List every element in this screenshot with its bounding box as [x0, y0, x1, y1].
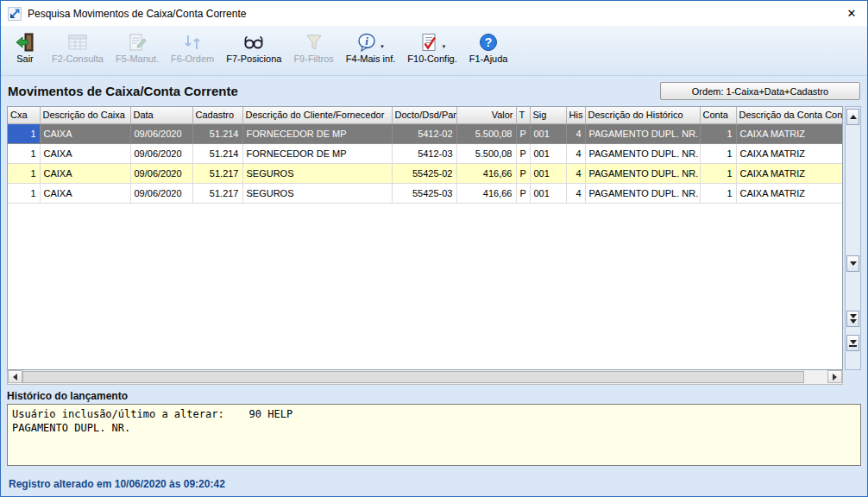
column-header-cxa[interactable]: Cxa: [8, 107, 40, 123]
f2-consulta-button[interactable]: F2-Consulta: [46, 28, 110, 66]
grid-cell[interactable]: 5412-02: [392, 123, 456, 143]
f5-manut-button[interactable]: F5-Manut.: [110, 28, 165, 66]
scroll-up-button[interactable]: [846, 109, 859, 125]
grid-cell[interactable]: 5412-03: [392, 143, 456, 163]
grid-cell[interactable]: 1: [700, 143, 736, 163]
grid-cell[interactable]: PAGAMENTO DUPL. NR.: [585, 123, 700, 143]
grid-cell[interactable]: 4: [566, 163, 585, 183]
grid-cell[interactable]: 51.214: [192, 143, 242, 163]
page-title: Movimentos de Caixa/Conta Corrente: [8, 84, 238, 98]
up-arrow-icon: [850, 115, 857, 119]
grid-cell[interactable]: 1: [700, 163, 736, 183]
grid-cell[interactable]: 1: [700, 123, 736, 143]
grid-cell[interactable]: PAGAMENTO DUPL. NR.: [585, 183, 700, 203]
column-header-conta[interactable]: Conta: [700, 107, 736, 123]
grid-cell[interactable]: P: [516, 183, 530, 203]
grid-cell[interactable]: 09/06/2020: [130, 143, 192, 163]
grid-cell[interactable]: 1: [8, 123, 40, 143]
history-textarea[interactable]: Usuário inclusão/último a alterar: 90 HE…: [7, 404, 861, 466]
grid-cell[interactable]: 001: [530, 163, 566, 183]
section-header: Movimentos de Caixa/Conta Corrente Ordem…: [7, 80, 861, 106]
grid-cell[interactable]: P: [516, 123, 530, 143]
page-down-button[interactable]: [846, 311, 859, 327]
grid-cell[interactable]: 51.217: [192, 183, 242, 203]
status-bar: Registro alterado em 10/06/2020 às 09:20…: [7, 474, 861, 496]
grid-cell[interactable]: P: [516, 143, 530, 163]
grid-cell[interactable]: 001: [530, 123, 566, 143]
f4-mais-inf-button[interactable]: i ▼ F4-Mais inf.: [340, 28, 401, 66]
grid-nav-strip[interactable]: [845, 106, 861, 370]
grid-cell[interactable]: SEGUROS: [242, 183, 392, 203]
help-glyph: ?: [485, 35, 493, 49]
table-row: 1 CAIXA 09/06/2020 51.214 FORNECEDOR DE …: [8, 123, 842, 143]
grid-cell[interactable]: 4: [566, 183, 585, 203]
f2-consulta-label: F2-Consulta: [52, 53, 104, 64]
f9-filtros-button[interactable]: F9-Filtros: [287, 28, 339, 66]
h-scroll-thumb[interactable]: [22, 371, 804, 383]
grid-cell[interactable]: 1: [8, 163, 40, 183]
h-scrollbar[interactable]: [7, 370, 843, 385]
column-header-valor[interactable]: Valor: [456, 107, 516, 123]
grid-cell[interactable]: 55425-03: [392, 183, 456, 203]
mais-inf-dropdown-icon[interactable]: ▼: [380, 35, 385, 49]
toolbar: Sair F2-Consulta: [1, 26, 867, 76]
grid-cell[interactable]: 4: [566, 123, 585, 143]
grid-cell[interactable]: 001: [530, 183, 566, 203]
scroll-right-button[interactable]: [827, 370, 842, 383]
grid-cell[interactable]: CAIXA: [40, 183, 130, 203]
column-header-t[interactable]: T: [516, 107, 530, 123]
scroll-down-button[interactable]: [846, 255, 859, 272]
column-header-descricao-caixa[interactable]: Descrição do Caixa: [40, 107, 130, 123]
grid-cell[interactable]: FORNECEDOR DE MP: [242, 123, 392, 143]
column-header-cliente-fornecedor[interactable]: Descrição do Cliente/Fornecedor: [242, 107, 392, 123]
grid-cell[interactable]: CAIXA MATRIZ: [736, 163, 842, 183]
grid-cell[interactable]: 1: [8, 183, 40, 203]
grid-cell[interactable]: 001: [530, 143, 566, 163]
column-header-descricao-historico[interactable]: Descrição do Histórico: [585, 107, 700, 123]
grid-cell[interactable]: CAIXA: [40, 123, 130, 143]
grid-cell[interactable]: PAGAMENTO DUPL. NR.: [585, 143, 700, 163]
grid-cell[interactable]: 4: [566, 143, 585, 163]
grid-cell[interactable]: 55425-02: [392, 163, 456, 183]
grid-cell[interactable]: 416,66: [456, 183, 516, 203]
grid-cell[interactable]: 51.217: [192, 163, 242, 183]
f6-ordem-label: F6-Ordem: [171, 53, 214, 64]
column-header-data[interactable]: Data: [130, 107, 192, 123]
f6-ordem-button[interactable]: F6-Ordem: [165, 28, 220, 66]
exit-button[interactable]: Sair: [4, 28, 46, 66]
f7-posiciona-button[interactable]: F7-Posiciona: [220, 28, 287, 66]
grid-cell[interactable]: CAIXA MATRIZ: [736, 143, 842, 163]
grid-cell[interactable]: 1: [700, 183, 736, 203]
grid-cell[interactable]: PAGAMENTO DUPL. NR.: [585, 163, 700, 183]
grid-cell[interactable]: 09/06/2020: [130, 123, 192, 143]
column-header-sig[interactable]: Sig: [530, 107, 566, 123]
f10-config-button[interactable]: ▼ F10-Config.: [401, 28, 462, 66]
grid-cell[interactable]: SEGUROS: [242, 163, 392, 183]
grid-cell[interactable]: P: [516, 163, 530, 183]
grid-cell[interactable]: CAIXA: [40, 163, 130, 183]
scroll-left-button[interactable]: [8, 370, 22, 383]
grid-cell[interactable]: CAIXA: [40, 143, 130, 163]
grid-cell[interactable]: CAIXA MATRIZ: [736, 123, 842, 143]
column-header-cadastro[interactable]: Cadastro: [192, 107, 242, 123]
grid-cell[interactable]: 09/06/2020: [130, 183, 192, 203]
last-record-button[interactable]: [846, 335, 859, 351]
grid-cell[interactable]: FORNECEDOR DE MP: [242, 143, 392, 163]
right-arrow-icon: [833, 374, 837, 381]
grid-cell[interactable]: CAIXA MATRIZ: [736, 183, 842, 203]
order-button[interactable]: Ordem: 1-Caixa+Data+Cadastro: [660, 82, 860, 100]
grid-cell[interactable]: 5.500,08: [456, 143, 516, 163]
end-bar-icon: [849, 345, 857, 347]
grid-cell[interactable]: 5.500,08: [456, 123, 516, 143]
column-header-docto[interactable]: Docto/Dsd/Par: [392, 107, 456, 123]
config-dropdown-icon[interactable]: ▼: [442, 35, 447, 49]
f1-ajuda-button[interactable]: ? F1-Ajuda: [463, 28, 514, 66]
grid-cell[interactable]: 09/06/2020: [130, 163, 192, 183]
close-button[interactable]: ✕: [836, 1, 867, 26]
column-header-descricao-conta[interactable]: Descrição da Conta Con: [736, 107, 842, 123]
grid-cell[interactable]: 416,66: [456, 163, 516, 183]
grid-cell[interactable]: 51.214: [192, 123, 242, 143]
grid-cell[interactable]: 1: [8, 143, 40, 163]
app-window: Pesquisa Movimentos de Caixa/Conta Corre…: [0, 0, 868, 497]
column-header-his[interactable]: His: [566, 107, 585, 123]
